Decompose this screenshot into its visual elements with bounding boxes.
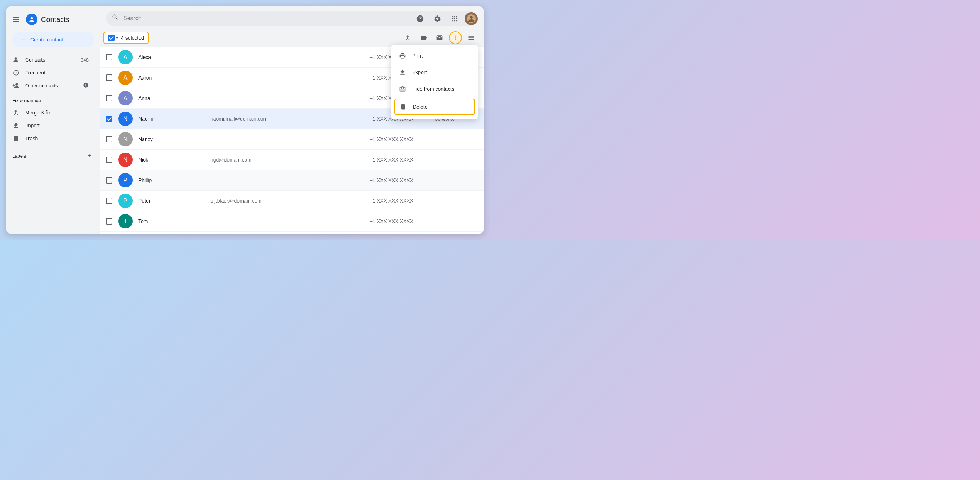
- contact-avatar: P: [118, 193, 133, 208]
- row-checkbox[interactable]: [106, 116, 112, 122]
- sidebar-item-contacts[interactable]: Contacts 348: [6, 53, 94, 66]
- history-icon: [12, 69, 19, 76]
- table-row[interactable]: Y Young +1 XXX XXX XXXX: [100, 232, 484, 233]
- hide-label: Hide from contacts: [412, 86, 454, 92]
- app-title: Contacts: [41, 16, 70, 24]
- sidebar-item-other-contacts[interactable]: Other contacts: [6, 79, 94, 92]
- contact-name: Tom: [138, 219, 210, 224]
- settings-button[interactable]: [430, 11, 445, 26]
- contact-avatar: N: [118, 132, 133, 146]
- selection-button[interactable]: ▾ 4 selected: [103, 32, 149, 44]
- hide-icon: [398, 85, 406, 93]
- trash-nav-label: Trash: [25, 136, 89, 141]
- contact-name: Naomi: [138, 116, 210, 122]
- plus-icon: ＋: [19, 36, 27, 43]
- contacts-count: 348: [81, 57, 89, 63]
- person-icon: [12, 56, 19, 63]
- table-row[interactable]: T Tom +1 XXX XXX XXXX: [100, 211, 484, 232]
- labels-title: Labels: [12, 153, 26, 159]
- other-contacts-info-icon: [83, 82, 89, 89]
- labels-section-header: Labels +: [6, 145, 100, 164]
- merge-icon: [12, 109, 19, 116]
- contact-name: Alexa: [138, 54, 210, 60]
- contact-email: p.j.black@domain.com: [210, 198, 370, 204]
- table-row[interactable]: N Nancy +1 XXX XXX XXXX: [100, 129, 484, 150]
- delete-icon: [399, 103, 407, 111]
- sidebar-item-frequent[interactable]: Frequent: [6, 66, 94, 79]
- contact-avatar: A: [118, 50, 133, 64]
- sidebar-item-import[interactable]: Import: [6, 119, 94, 132]
- import-nav-label: Import: [25, 123, 89, 128]
- contact-phone: +1 XXX XXX XXXX: [370, 219, 434, 224]
- row-checkbox[interactable]: [106, 198, 112, 204]
- table-row[interactable]: P Phillip +1 XXX XXX XXXX: [100, 170, 484, 191]
- row-checkbox[interactable]: [106, 54, 112, 60]
- app-logo: [26, 14, 37, 25]
- toolbar-right: [401, 31, 478, 44]
- add-label-icon: +: [88, 152, 92, 160]
- contact-email: naomi.mail@domain.com: [210, 116, 370, 122]
- menu-item-export[interactable]: Export: [391, 64, 478, 81]
- table-row[interactable]: N Nick ngd@domain.com +1 XXX XXX XXXX: [100, 150, 484, 170]
- delete-label: Delete: [413, 104, 427, 110]
- user-avatar[interactable]: [465, 12, 478, 25]
- export-icon: [398, 68, 406, 76]
- fix-manage-section-title: Fix & manage: [6, 92, 100, 106]
- contact-avatar: N: [118, 112, 133, 126]
- contact-avatar: N: [118, 152, 133, 167]
- download-icon: [12, 122, 19, 129]
- list-view-button[interactable]: [465, 31, 478, 44]
- contact-avatar: T: [118, 214, 133, 228]
- menu-item-print[interactable]: Print: [391, 48, 478, 64]
- search-input[interactable]: [123, 15, 461, 22]
- table-row[interactable]: P Peter p.j.black@domain.com +1 XXX XXX …: [100, 191, 484, 211]
- print-icon: [398, 52, 406, 60]
- contact-name: Phillip: [138, 177, 210, 183]
- selected-count-label: 4 selected: [121, 35, 144, 41]
- contact-avatar: P: [118, 173, 133, 187]
- email-action-button[interactable]: [433, 31, 446, 44]
- sidebar-item-merge[interactable]: Merge & fix: [6, 106, 94, 119]
- row-checkbox[interactable]: [106, 177, 112, 184]
- contact-name: Nick: [138, 157, 210, 163]
- contact-avatar: A: [118, 71, 133, 85]
- contact-name: Nancy: [138, 136, 210, 142]
- apps-button[interactable]: [447, 11, 462, 26]
- print-label: Print: [412, 53, 423, 59]
- contact-phone: +1 XXX XXX XXXX: [370, 157, 434, 163]
- merge-action-button[interactable]: [401, 31, 414, 44]
- export-label: Export: [412, 70, 426, 75]
- contact-email: ngd@domain.com: [210, 157, 370, 163]
- contacts-nav-label: Contacts: [25, 57, 75, 63]
- create-contact-label: Create contact: [30, 37, 63, 43]
- contact-phone: +1 XXX XXX XXXX: [370, 177, 434, 183]
- header-actions: [413, 11, 478, 26]
- help-button[interactable]: [413, 11, 427, 26]
- context-dropdown-menu: Print Export Hide from contacts: [391, 44, 478, 119]
- create-contact-button[interactable]: ＋ Create contact: [12, 32, 94, 48]
- sidebar-item-trash[interactable]: Trash: [6, 132, 94, 145]
- add-label-button[interactable]: +: [84, 151, 94, 161]
- chevron-down-icon: ▾: [116, 35, 118, 40]
- hamburger-menu-icon[interactable]: [10, 13, 22, 26]
- person-add-icon: [12, 82, 19, 89]
- contact-name: Aaron: [138, 75, 210, 81]
- menu-item-delete[interactable]: Delete: [394, 98, 475, 115]
- row-checkbox[interactable]: [106, 95, 112, 101]
- row-checkbox[interactable]: [106, 74, 112, 81]
- frequent-nav-label: Frequent: [25, 70, 89, 76]
- row-checkbox[interactable]: [106, 157, 112, 163]
- contact-phone: +1 XXX XXX XXXX: [370, 136, 434, 142]
- contact-name: Anna: [138, 95, 210, 101]
- trash-icon: [12, 135, 19, 142]
- more-action-button[interactable]: [449, 31, 462, 44]
- main-content: ▾ 4 selected: [100, 6, 484, 233]
- toolbar-left: ▾ 4 selected: [103, 32, 149, 44]
- checkbox-checked-icon: [108, 35, 115, 41]
- menu-item-hide[interactable]: Hide from contacts: [391, 81, 478, 97]
- row-checkbox[interactable]: [106, 218, 112, 225]
- contact-avatar: A: [118, 91, 133, 105]
- merge-nav-label: Merge & fix: [25, 110, 89, 116]
- row-checkbox[interactable]: [106, 136, 112, 143]
- label-action-button[interactable]: [417, 31, 430, 44]
